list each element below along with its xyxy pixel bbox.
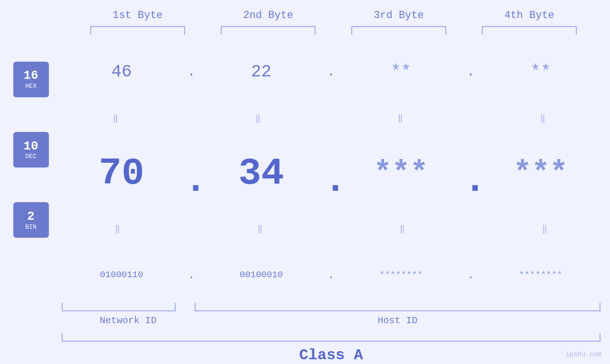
bin-b1-value: 01000110: [100, 270, 143, 280]
values-area: 46 . 22 . ** . ** ‖ ‖: [62, 44, 610, 303]
sep1-b2: ‖: [213, 113, 308, 123]
content-rows: 16 HEX 10 DEC 2 BIN 46 . 22: [0, 44, 610, 303]
bin-b2: 00100010: [214, 270, 309, 280]
bin-dot3: .: [464, 269, 478, 281]
hex-badge-label: HEX: [25, 83, 36, 90]
bottom-section: Network ID Host ID Class A: [0, 303, 610, 364]
bin-dot1: .: [184, 269, 198, 281]
sep1-b3: ‖: [355, 113, 450, 123]
hex-dot2: .: [324, 65, 338, 79]
network-id-bracket: [62, 303, 176, 311]
header-row: 1st Byte 2nd Byte 3rd Byte 4th Byte: [73, 9, 595, 21]
dec-b1-value: 70: [99, 152, 144, 195]
hex-b2: 22: [214, 62, 309, 82]
bin-badge-num: 2: [27, 210, 35, 224]
hex-b3: **: [354, 62, 449, 82]
dec-b2-value: 34: [238, 152, 284, 195]
dec-dot1: .: [184, 159, 198, 202]
sep1-b4: ‖: [497, 113, 592, 123]
class-label: Class A: [62, 346, 601, 364]
dec-badge-num: 10: [23, 140, 38, 153]
watermark: ipshu.com: [565, 351, 601, 358]
dec-b4-value: ***: [513, 156, 568, 190]
bottom-labels-row: Network ID Host ID: [62, 315, 601, 326]
dec-b2: 34: [214, 152, 309, 195]
bracket-b3: [351, 26, 446, 35]
bracket-b4: [482, 26, 577, 35]
sep2-b3: ‖: [355, 224, 450, 234]
dec-b1: 70: [74, 152, 169, 195]
hex-b3-value: **: [391, 62, 411, 82]
sep2-b4: ‖: [497, 224, 592, 234]
top-brackets: [73, 26, 595, 35]
host-id-bracket: [195, 303, 601, 311]
byte2-header: 2nd Byte: [216, 9, 320, 21]
bracket-b1: [90, 26, 185, 35]
bin-badge: 2 BIN: [13, 202, 49, 238]
host-id-label: Host ID: [195, 315, 601, 326]
sep2-b2: ‖: [213, 224, 308, 234]
badges-column: 16 HEX 10 DEC 2 BIN: [0, 44, 62, 303]
separator-2: ‖ ‖ ‖ ‖: [62, 222, 601, 235]
full-width-bracket: [62, 333, 601, 342]
bin-b3: ********: [354, 270, 449, 280]
bin-row: 01000110 . 00100010 . ******** . *******…: [62, 258, 601, 291]
bin-dot2: .: [324, 269, 338, 281]
sep2-b1: ‖: [70, 224, 165, 234]
hex-b1: 46: [74, 62, 169, 82]
dec-dot3: .: [464, 159, 478, 202]
bin-b2-value: 00100010: [240, 270, 283, 280]
hex-dot1: .: [184, 65, 198, 79]
dec-b4: ***: [493, 156, 588, 190]
hex-badge: 16 HEX: [13, 62, 49, 97]
hex-b2-value: 22: [251, 62, 272, 82]
bin-b1: 01000110: [74, 270, 169, 280]
bin-b4-value: ********: [519, 270, 562, 280]
main-container: 1st Byte 2nd Byte 3rd Byte 4th Byte 16 H…: [0, 0, 610, 364]
dec-b3-value: ***: [374, 156, 428, 190]
dec-dot2: .: [324, 159, 338, 202]
dec-b3: ***: [354, 156, 449, 190]
sep1-b1: ‖: [70, 113, 165, 123]
bin-b4: ********: [493, 270, 588, 280]
dec-badge-label: DEC: [25, 153, 36, 160]
hex-b4: **: [493, 62, 588, 82]
bracket-b2: [221, 26, 316, 35]
dec-row: 70 . 34 . *** . ***: [62, 147, 601, 199]
hex-row: 46 . 22 . ** . **: [62, 56, 601, 89]
bin-badge-label: BIN: [25, 224, 36, 231]
byte3-header: 3rd Byte: [347, 9, 451, 21]
bin-b3-value: ********: [379, 270, 422, 280]
separator-1: ‖ ‖ ‖ ‖: [62, 112, 601, 125]
bottom-brackets-row: [62, 303, 601, 311]
byte1-header: 1st Byte: [85, 9, 190, 21]
hex-b4-value: **: [530, 62, 551, 82]
byte4-header: 4th Byte: [477, 9, 582, 21]
dec-badge: 10 DEC: [13, 132, 49, 168]
network-id-label: Network ID: [62, 315, 195, 326]
hex-b1-value: 46: [111, 62, 131, 82]
hex-dot3: .: [464, 65, 478, 79]
hex-badge-num: 16: [23, 69, 38, 83]
